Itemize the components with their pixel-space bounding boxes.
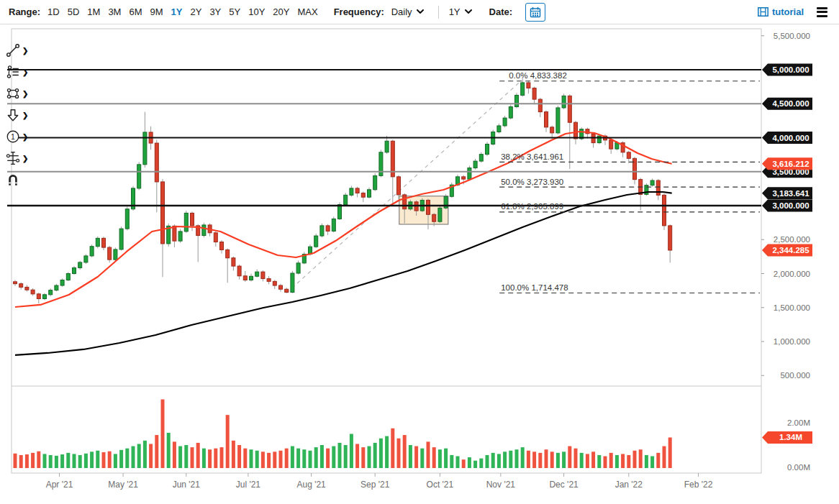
- price-level-badge: 4,500.000: [772, 99, 809, 108]
- range-option-5y[interactable]: 5Y: [229, 6, 240, 17]
- volume-bar: [568, 446, 571, 468]
- volume-bar: [49, 455, 53, 468]
- date-label: Date:: [489, 6, 513, 17]
- range-option-9m[interactable]: 9M: [150, 6, 163, 17]
- plot-border: [12, 29, 761, 473]
- annotation-tool[interactable]: 1 ❯: [6, 128, 35, 145]
- x-axis-label: Feb '22: [684, 480, 713, 490]
- range-option-6m[interactable]: 6M: [129, 6, 142, 17]
- price-volume-chart[interactable]: 0.0% 4,833.38238.2% 3,641.96150.0% 3,273…: [0, 24, 839, 504]
- range-option-5d[interactable]: 5D: [68, 6, 80, 17]
- candle-body: [368, 190, 371, 197]
- candle-body: [332, 219, 335, 231]
- volume-bar: [161, 399, 165, 468]
- range-option-20y[interactable]: 20Y: [273, 6, 289, 17]
- top-toolbar: Range: 1D5D1M3M6M9M1Y2Y3Y5Y10Y20YMAX Fre…: [0, 0, 839, 24]
- volume-bar: [66, 453, 70, 468]
- volume-bar: [19, 455, 23, 468]
- arrow-tool[interactable]: ❯: [6, 106, 35, 124]
- volume-bar: [25, 454, 29, 468]
- magnet-tool[interactable]: [6, 171, 35, 188]
- date-picker-button[interactable]: [525, 3, 545, 22]
- candle-body: [267, 279, 271, 282]
- fibonacci-base-line[interactable]: [286, 81, 521, 293]
- volume-bar: [532, 452, 536, 468]
- candle-body: [326, 226, 330, 232]
- candle-body: [49, 290, 53, 295]
- candle-body: [25, 287, 29, 290]
- volume-bar: [432, 447, 436, 468]
- shape-tool[interactable]: ❯: [6, 85, 35, 102]
- x-axis-label: Jul '21: [236, 480, 261, 490]
- y-axis-label: 1,000.000: [774, 337, 810, 346]
- volume-bar: [267, 453, 271, 468]
- price-level-badge: 5,000.000: [772, 65, 809, 74]
- range-option-1m[interactable]: 1M: [87, 6, 100, 17]
- measure-tool[interactable]: ❯: [6, 150, 35, 167]
- submenu-chevron-icon: ❯: [22, 111, 28, 119]
- candle-body: [60, 280, 64, 285]
- volume-bar: [167, 433, 171, 468]
- volume-bar: [580, 453, 584, 468]
- candle-body: [102, 238, 106, 247]
- candle-body: [202, 225, 206, 236]
- volume-bar: [450, 455, 453, 468]
- candle-body: [250, 276, 253, 280]
- x-axis-label: Jan '22: [615, 480, 643, 490]
- candle-body: [438, 208, 442, 221]
- range-option-1y[interactable]: 1Y: [171, 6, 183, 17]
- period-value: 1Y: [449, 6, 461, 17]
- volume-bar: [527, 451, 530, 468]
- range-option-2y[interactable]: 2Y: [190, 6, 201, 17]
- candle-body: [178, 232, 182, 241]
- candle-body: [479, 155, 483, 161]
- range-option-1d[interactable]: 1D: [47, 6, 60, 17]
- volume-bar: [184, 445, 188, 468]
- volume-bar: [250, 449, 253, 468]
- fib-level-label: 50.0% 3,273.930: [501, 178, 563, 186]
- volume-bar: [515, 449, 519, 468]
- volume-bar: [78, 455, 82, 468]
- trendline-tool[interactable]: ❯: [6, 42, 35, 59]
- submenu-chevron-icon: ❯: [22, 90, 28, 98]
- frequency-dropdown[interactable]: Daily: [391, 6, 424, 17]
- candle-body: [279, 285, 283, 289]
- x-axis-label: Sep '21: [360, 480, 390, 490]
- range-option-max[interactable]: MAX: [297, 6, 317, 17]
- trendline-icon: [6, 43, 20, 58]
- x-axis-label: Aug '21: [296, 480, 326, 490]
- range-option-10y[interactable]: 10Y: [248, 6, 265, 17]
- candle-body: [155, 143, 158, 182]
- submenu-chevron-icon: ❯: [22, 47, 28, 55]
- volume-bar: [320, 445, 324, 468]
- candle-body: [432, 214, 436, 221]
- candle-body: [556, 108, 560, 133]
- candle-body: [527, 83, 530, 88]
- candle-body: [161, 182, 165, 244]
- volume-bar: [226, 415, 230, 468]
- fast-moving-average-line: [15, 132, 672, 307]
- volume-bar: [350, 434, 353, 469]
- candle-body: [90, 247, 94, 256]
- volume-bar: [621, 454, 625, 468]
- candle-body: [403, 195, 407, 209]
- candle-body: [473, 161, 477, 168]
- volume-bar: [444, 449, 448, 468]
- volume-bar: [497, 454, 501, 468]
- volume-bar: [191, 447, 194, 468]
- film-icon: [758, 7, 768, 17]
- candle-body: [486, 144, 489, 154]
- fib-list-tool[interactable]: ❯: [6, 63, 35, 81]
- period-dropdown[interactable]: 1Y: [449, 6, 472, 17]
- x-axis-label: Jun '21: [173, 480, 201, 490]
- range-option-3m[interactable]: 3M: [108, 6, 121, 17]
- tutorial-link[interactable]: tutorial: [758, 6, 804, 17]
- volume-bar: [178, 446, 182, 468]
- range-option-3y[interactable]: 3Y: [209, 6, 221, 17]
- candle-body: [609, 140, 613, 149]
- submenu-chevron-icon: ❯: [22, 68, 28, 76]
- volume-bar: [119, 450, 123, 468]
- hamburger-menu-icon[interactable]: [815, 6, 829, 19]
- submenu-chevron-icon: ❯: [22, 155, 28, 162]
- volume-bar: [84, 454, 88, 468]
